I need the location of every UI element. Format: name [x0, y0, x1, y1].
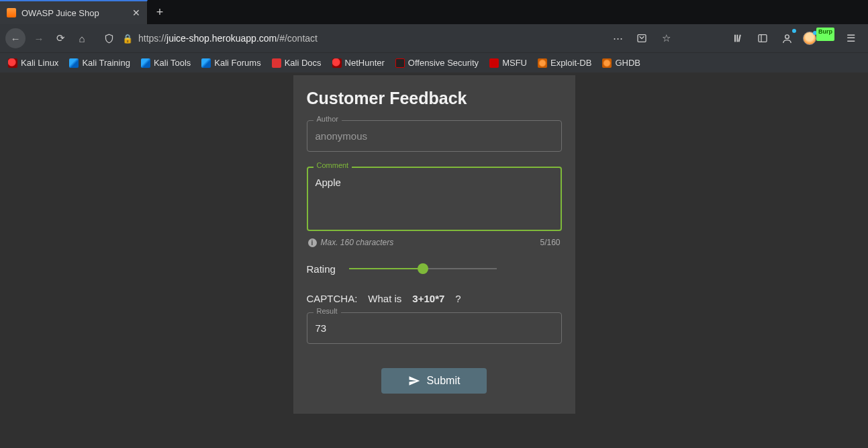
bookmark-label: Kali Docs	[285, 58, 322, 68]
bookmark-kali-linux[interactable]: Kali Linux	[4, 56, 62, 70]
comment-field: Comment Apple iMax. 160 characters 5/160	[307, 167, 562, 247]
bookmarks-bar: Kali Linux Kali Training Kali Tools Kali…	[0, 52, 868, 73]
new-tab-button[interactable]: +	[148, 0, 172, 24]
bookmark-kali-docs[interactable]: Kali Docs	[268, 56, 326, 70]
comment-counter: 5/160	[540, 238, 560, 247]
svg-rect-3	[738, 35, 741, 42]
page-actions-icon[interactable]: ⋯	[610, 30, 626, 46]
bookmark-label: NetHunter	[345, 58, 385, 68]
ribbon-icon	[489, 58, 499, 68]
url-text: https://juice-shop.herokuapp.com/#/conta…	[138, 33, 318, 44]
bookmark-label: Kali Training	[82, 58, 130, 68]
lock-icon: 🔒	[122, 34, 133, 44]
sidebar-icon[interactable]	[755, 30, 771, 46]
captcha-question-mark: ?	[455, 293, 461, 304]
menu-icon[interactable]: ☰	[842, 30, 859, 46]
account-icon[interactable]	[779, 30, 795, 46]
bookmark-label: MSFU	[502, 58, 527, 68]
slider-thumb[interactable]	[418, 263, 428, 274]
address-bar[interactable]: 🔒 https://juice-shop.herokuapp.com/#/con…	[97, 30, 603, 46]
dragon-icon	[69, 58, 79, 68]
tab-title: OWASP Juice Shop	[21, 8, 127, 18]
author-label: Author	[314, 115, 342, 123]
dragon-icon	[201, 58, 211, 68]
page-title: Customer Feedback	[307, 89, 562, 108]
url-path: /#/contact	[277, 33, 318, 44]
home-button[interactable]: ⌂	[74, 30, 90, 46]
tab-favicon	[7, 8, 16, 17]
bookmark-label: Kali Forums	[214, 58, 260, 68]
rating-label: Rating	[307, 263, 336, 275]
comment-hint: Max. 160 characters	[321, 238, 394, 247]
bookmark-label: GHDB	[615, 58, 640, 68]
url-host: juice-shop.herokuapp.com	[166, 33, 277, 44]
page-viewport: Customer Feedback Author Comment Apple i…	[0, 73, 868, 448]
slider-fill	[349, 268, 423, 269]
author-field: Author	[307, 120, 562, 152]
bookmark-kali-training[interactable]: Kali Training	[65, 56, 134, 70]
dragon-icon	[141, 58, 150, 68]
svg-rect-4	[759, 35, 767, 42]
bookmark-label: Exploit-DB	[550, 58, 591, 68]
browser-tab[interactable]: OWASP Juice Shop ✕	[0, 0, 148, 24]
library-icon[interactable]	[730, 30, 746, 46]
close-tab-icon[interactable]: ✕	[132, 7, 140, 18]
comment-label: Comment	[314, 161, 352, 169]
submit-button[interactable]: Submit	[381, 368, 487, 394]
spider-icon	[602, 58, 612, 68]
bookmark-label: Kali Linux	[21, 58, 58, 68]
tab-strip: OWASP Juice Shop ✕ +	[0, 0, 868, 24]
svg-rect-2	[736, 35, 738, 42]
shield-icon	[395, 58, 405, 68]
back-button[interactable]: ←	[5, 28, 26, 48]
rating-slider[interactable]	[349, 262, 497, 275]
captcha-expression: 3+10*7	[412, 293, 444, 304]
svg-rect-1	[734, 35, 736, 42]
spider-icon	[538, 58, 547, 68]
author-input	[307, 120, 562, 152]
shield-icon[interactable]	[101, 30, 117, 46]
url-scheme: https://	[138, 33, 166, 44]
forward-button[interactable]: →	[31, 30, 47, 46]
captcha-label: CAPTCHA:	[307, 293, 358, 304]
feedback-card: Customer Feedback Author Comment Apple i…	[293, 75, 575, 414]
bookmark-label: Offensive Security	[408, 58, 479, 68]
bookmark-label: Kali Tools	[154, 58, 191, 68]
browser-toolbar: ← → ⟳ ⌂ 🔒 https://juice-shop.herokuapp.c…	[0, 24, 868, 52]
reader-icon[interactable]	[634, 30, 650, 46]
captcha-prompt: What is	[368, 293, 401, 304]
bookmark-msfu[interactable]: MSFU	[485, 56, 531, 70]
result-field: Result	[307, 312, 562, 344]
bookmark-kali-forums[interactable]: Kali Forums	[197, 56, 264, 70]
reload-button[interactable]: ⟳	[52, 30, 68, 46]
comment-input[interactable]: Apple	[307, 167, 562, 231]
send-icon	[408, 375, 420, 387]
docs-icon	[272, 58, 281, 68]
submit-label: Submit	[427, 375, 461, 387]
dragon-icon	[332, 58, 342, 68]
info-icon: i	[308, 238, 317, 247]
burp-badge: Burp	[816, 28, 834, 41]
bookmark-kali-tools[interactable]: Kali Tools	[137, 56, 195, 70]
bookmark-exploit-db[interactable]: Exploit-DB	[534, 56, 595, 70]
result-label: Result	[314, 307, 341, 315]
dragon-icon	[8, 58, 17, 68]
profile-avatar[interactable]	[803, 32, 816, 45]
bookmark-ghdb[interactable]: GHDB	[598, 56, 644, 70]
bookmark-nethunter[interactable]: NetHunter	[328, 56, 389, 70]
bookmark-star-icon[interactable]: ☆	[658, 30, 674, 46]
bookmark-offensive-security[interactable]: Offensive Security	[391, 56, 483, 70]
svg-point-6	[785, 34, 789, 38]
result-input[interactable]	[307, 312, 562, 344]
